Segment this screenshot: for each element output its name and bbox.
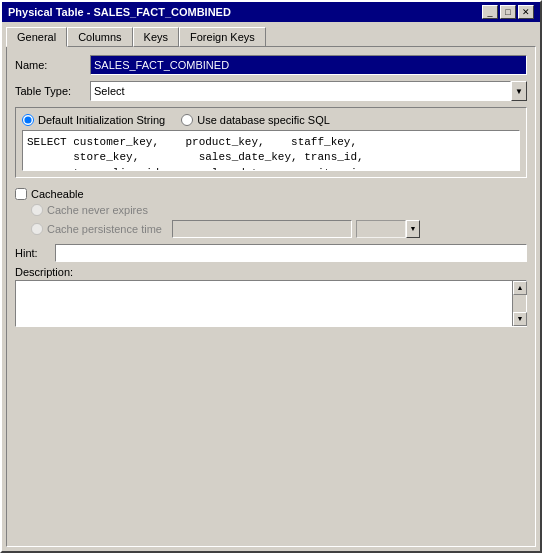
cache-never-row: Cache never expires <box>31 204 527 216</box>
cacheable-checkbox[interactable] <box>15 188 27 200</box>
cache-never-text: Cache never expires <box>47 204 148 216</box>
tab-content-general: Name: Table Type: Select Physical Alias … <box>6 46 536 547</box>
cache-radio-group: Cache never expires Cache persistence ti… <box>31 204 527 240</box>
tab-foreign-keys[interactable]: Foreign Keys <box>179 27 266 47</box>
scroll-down-icon: ▼ <box>517 315 524 322</box>
desc-scroll-track <box>513 295 526 312</box>
cache-persist-dropdown-arrow: ▼ <box>406 220 420 238</box>
cache-persist-label: Cache persistence time <box>31 223 162 235</box>
table-type-dropdown-arrow[interactable]: ▼ <box>511 81 527 101</box>
cache-persist-text: Cache persistence time <box>47 223 162 235</box>
radio-db-specific[interactable] <box>181 114 193 126</box>
cacheable-row: Cacheable <box>15 188 527 200</box>
radio-db-specific-label[interactable]: Use database specific SQL <box>181 114 330 126</box>
radio-db-specific-text: Use database specific SQL <box>197 114 330 126</box>
dropdown-arrow-icon: ▼ <box>515 87 523 96</box>
hint-row: Hint: <box>15 244 527 262</box>
radio-default[interactable] <box>22 114 34 126</box>
desc-scroll-up-btn[interactable]: ▲ <box>513 281 527 295</box>
hint-input[interactable] <box>55 244 527 262</box>
cache-persist-row: Cache persistence time ▼ <box>31 220 527 238</box>
name-row: Name: <box>15 55 527 75</box>
window-content: General Columns Keys Foreign Keys Name: … <box>2 22 540 551</box>
radio-cache-never <box>31 204 43 216</box>
description-section: Description: ▲ ▼ <box>15 266 527 327</box>
scroll-up-icon: ▲ <box>517 284 524 291</box>
title-bar: Physical Table - SALES_FACT_COMBINED _ □… <box>2 2 540 22</box>
radio-row: Default Initialization String Use databa… <box>22 114 520 126</box>
sql-textarea[interactable]: SELECT customer_key, product_key, staff_… <box>22 130 520 171</box>
tab-keys[interactable]: Keys <box>133 27 179 47</box>
name-label: Name: <box>15 59 90 71</box>
maximize-button[interactable]: □ <box>500 5 516 19</box>
cacheable-label: Cacheable <box>31 188 84 200</box>
close-button[interactable]: ✕ <box>518 5 534 19</box>
cache-never-label: Cache never expires <box>31 204 148 216</box>
radio-cache-persist <box>31 223 43 235</box>
cache-dropdown-arrow-icon: ▼ <box>409 225 416 232</box>
table-type-label: Table Type: <box>15 85 90 97</box>
window-controls: _ □ ✕ <box>482 5 534 19</box>
description-scrollbar: ▲ ▼ <box>512 281 526 326</box>
cache-persist-input <box>172 220 352 238</box>
radio-default-text: Default Initialization String <box>38 114 165 126</box>
hint-label: Hint: <box>15 247 55 259</box>
cache-persist-dropdown-wrap: ▼ <box>356 220 420 238</box>
table-type-dropdown[interactable]: Select Physical Alias View <box>90 81 511 101</box>
radio-default-label[interactable]: Default Initialization String <box>22 114 165 126</box>
init-string-groupbox: Default Initialization String Use databa… <box>15 107 527 178</box>
bottom-section: Cacheable Cache never expires Cache pers… <box>15 184 527 327</box>
tab-columns[interactable]: Columns <box>67 27 132 47</box>
tab-general[interactable]: General <box>6 27 67 47</box>
cache-persist-dropdown <box>356 220 406 238</box>
description-area-wrap: ▲ ▼ <box>15 280 527 327</box>
table-type-dropdown-wrap: Select Physical Alias View ▼ <box>90 81 527 101</box>
desc-scroll-down-btn[interactable]: ▼ <box>513 312 527 326</box>
minimize-button[interactable]: _ <box>482 5 498 19</box>
description-textarea[interactable] <box>16 281 512 326</box>
table-type-row: Table Type: Select Physical Alias View ▼ <box>15 81 527 101</box>
name-input[interactable] <box>90 55 527 75</box>
main-window: Physical Table - SALES_FACT_COMBINED _ □… <box>0 0 542 553</box>
description-label: Description: <box>15 266 527 278</box>
tab-bar: General Columns Keys Foreign Keys <box>6 26 536 46</box>
sql-container: SELECT customer_key, product_key, staff_… <box>22 130 520 171</box>
window-title: Physical Table - SALES_FACT_COMBINED <box>8 6 231 18</box>
